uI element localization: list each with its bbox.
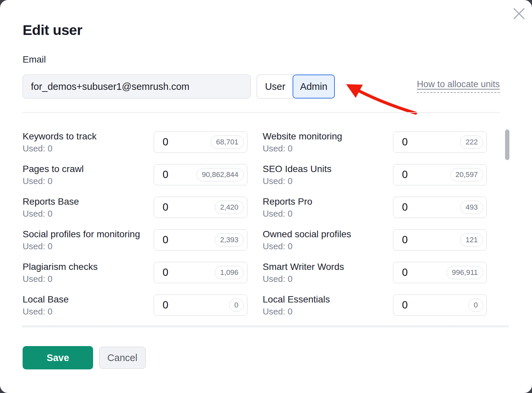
unit-row: Local Base Used: 0 0 bbox=[23, 295, 247, 316]
unit-label: Keywords to track bbox=[23, 130, 97, 142]
unit-used-count: Used: 0 bbox=[263, 143, 342, 154]
unit-used-count: Used: 0 bbox=[263, 176, 332, 186]
unit-label: Pages to crawl bbox=[23, 163, 84, 175]
unit-allocation-field: 2,420 bbox=[154, 197, 247, 218]
unit-row: Smart Writer Words Used: 0 996,911 bbox=[263, 262, 487, 283]
unit-label: Local Base bbox=[23, 294, 69, 305]
unit-allocation-field: 0 bbox=[154, 295, 247, 316]
unit-label: Plagiarism checks bbox=[23, 261, 98, 273]
unit-allocation-field: 996,911 bbox=[393, 262, 487, 283]
unit-value-input[interactable] bbox=[402, 136, 460, 148]
unit-limit-badge: 0 bbox=[229, 298, 244, 312]
dialog-title: Edit user bbox=[23, 22, 82, 38]
unit-used-count: Used: 0 bbox=[263, 274, 344, 284]
unit-row: Social profiles for monitoring Used: 0 2… bbox=[23, 229, 247, 251]
unit-allocation-field: 493 bbox=[393, 197, 487, 218]
unit-value-input[interactable] bbox=[163, 136, 211, 148]
email-input[interactable] bbox=[23, 75, 251, 98]
unit-used-count: Used: 0 bbox=[23, 306, 69, 317]
unit-value-input[interactable] bbox=[402, 299, 468, 311]
unit-label: Smart Writer Words bbox=[263, 261, 344, 273]
header-divider bbox=[23, 112, 500, 113]
unit-meta: Smart Writer Words Used: 0 bbox=[263, 261, 344, 284]
role-toggle-admin[interactable]: Admin bbox=[293, 75, 335, 98]
unit-limit-badge: 2,393 bbox=[215, 233, 244, 247]
unit-allocation-field: 121 bbox=[393, 229, 487, 251]
save-button[interactable]: Save bbox=[23, 346, 93, 369]
unit-allocation-field: 1,096 bbox=[154, 262, 247, 283]
unit-label: Reports Pro bbox=[263, 196, 312, 207]
units-column-left: Keywords to track Used: 0 68,701 Pages t… bbox=[23, 131, 247, 327]
unit-limit-badge: 996,911 bbox=[447, 266, 483, 279]
unit-meta: Owned social profiles Used: 0 bbox=[263, 228, 351, 252]
unit-value-input[interactable] bbox=[402, 201, 460, 213]
email-label: Email bbox=[23, 54, 46, 65]
unit-label: Social profiles for monitoring bbox=[23, 228, 140, 240]
unit-limit-badge: 493 bbox=[460, 201, 483, 214]
unit-row: Local Essentials Used: 0 0 bbox=[263, 295, 487, 316]
unit-limit-badge: 68,701 bbox=[211, 135, 244, 149]
unit-allocation-field: 2,393 bbox=[154, 229, 247, 251]
unit-used-count: Used: 0 bbox=[23, 241, 140, 252]
unit-value-input[interactable] bbox=[402, 267, 447, 279]
how-to-allocate-units-link[interactable]: How to allocate units bbox=[417, 79, 500, 93]
unit-label: Website monitoring bbox=[263, 130, 342, 142]
units-grid: Keywords to track Used: 0 68,701 Pages t… bbox=[23, 127, 487, 327]
unit-meta: SEO Ideas Units Used: 0 bbox=[263, 163, 332, 186]
edit-user-dialog: Edit user Email User Admin How to alloca… bbox=[0, 0, 532, 393]
units-column-right: Website monitoring Used: 0 222 SEO Ideas… bbox=[263, 131, 487, 327]
unit-row: Website monitoring Used: 0 222 bbox=[263, 131, 487, 153]
role-toggle-user[interactable]: User bbox=[257, 75, 293, 98]
unit-used-count: Used: 0 bbox=[263, 306, 330, 317]
unit-row: Plagiarism checks Used: 0 1,096 bbox=[23, 262, 247, 283]
unit-meta: Website monitoring Used: 0 bbox=[263, 130, 342, 154]
unit-limit-badge: 1,096 bbox=[215, 266, 244, 279]
unit-meta: Pages to crawl Used: 0 bbox=[23, 163, 84, 186]
unit-row: Owned social profiles Used: 0 121 bbox=[263, 229, 487, 251]
scrollbar-thumb[interactable] bbox=[505, 129, 509, 160]
unit-used-count: Used: 0 bbox=[263, 208, 312, 219]
unit-row: Reports Base Used: 0 2,420 bbox=[23, 197, 247, 218]
unit-label: Local Essentials bbox=[263, 294, 330, 305]
unit-limit-badge: 222 bbox=[460, 135, 483, 149]
unit-allocation-field: 222 bbox=[393, 131, 487, 153]
unit-meta: Reports Pro Used: 0 bbox=[263, 196, 312, 219]
unit-value-input[interactable] bbox=[163, 267, 215, 279]
unit-meta: Local Essentials Used: 0 bbox=[263, 294, 330, 317]
unit-value-input[interactable] bbox=[402, 234, 460, 246]
unit-allocation-field: 90,862,844 bbox=[154, 164, 247, 185]
unit-value-input[interactable] bbox=[163, 201, 215, 213]
unit-row: Reports Pro Used: 0 493 bbox=[263, 197, 487, 218]
unit-value-input[interactable] bbox=[163, 169, 197, 181]
unit-limit-badge: 20,597 bbox=[450, 168, 483, 181]
unit-label: SEO Ideas Units bbox=[263, 163, 332, 175]
unit-used-count: Used: 0 bbox=[263, 241, 351, 252]
unit-label: Reports Base bbox=[23, 196, 79, 207]
unit-label: Owned social profiles bbox=[263, 228, 351, 240]
unit-allocation-field: 68,701 bbox=[154, 131, 247, 153]
unit-used-count: Used: 0 bbox=[23, 143, 97, 154]
unit-allocation-field: 20,597 bbox=[393, 164, 487, 185]
unit-value-input[interactable] bbox=[163, 234, 215, 246]
red-arrow-annotation bbox=[332, 76, 422, 117]
close-icon[interactable] bbox=[512, 7, 526, 21]
unit-limit-badge: 90,862,844 bbox=[197, 168, 244, 181]
unit-meta: Local Base Used: 0 bbox=[23, 294, 69, 317]
unit-used-count: Used: 0 bbox=[23, 176, 84, 186]
unit-used-count: Used: 0 bbox=[23, 208, 79, 219]
unit-meta: Social profiles for monitoring Used: 0 bbox=[23, 228, 140, 252]
unit-allocation-field: 0 bbox=[393, 295, 487, 316]
unit-used-count: Used: 0 bbox=[23, 274, 98, 284]
unit-row: SEO Ideas Units Used: 0 20,597 bbox=[263, 164, 487, 185]
unit-row: Pages to crawl Used: 0 90,862,844 bbox=[23, 164, 247, 185]
unit-row: Keywords to track Used: 0 68,701 bbox=[23, 131, 247, 153]
unit-limit-badge: 0 bbox=[468, 298, 483, 312]
unit-limit-badge: 2,420 bbox=[215, 201, 244, 214]
unit-limit-badge: 121 bbox=[460, 233, 483, 247]
scroll-bottom-shadow bbox=[22, 325, 509, 328]
unit-meta: Reports Base Used: 0 bbox=[23, 196, 79, 219]
cancel-button[interactable]: Cancel bbox=[99, 347, 146, 369]
unit-meta: Keywords to track Used: 0 bbox=[23, 130, 97, 154]
unit-value-input[interactable] bbox=[402, 169, 450, 181]
unit-value-input[interactable] bbox=[163, 299, 229, 311]
